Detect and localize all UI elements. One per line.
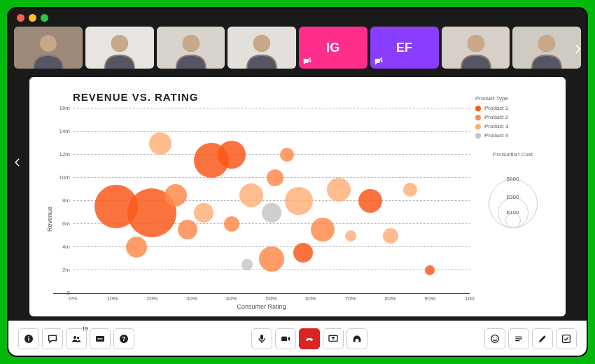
y-tick-label: 8m [53, 197, 70, 204]
participants-button[interactable]: 19 [66, 328, 87, 349]
app-window: IGEF REVENUE VS. RATING Revenue Consumer… [7, 7, 588, 357]
shared-slide: REVENUE VS. RATING Revenue Consumer Rati… [29, 77, 566, 316]
toolbar-left-group: 19? [18, 328, 134, 349]
participant-1[interactable] [14, 27, 83, 69]
close-window[interactable] [17, 14, 24, 22]
end-call-button[interactable] [299, 328, 320, 349]
participants-strip: IGEF [8, 8, 587, 71]
x-tick-label: 30% [186, 295, 197, 302]
y-tick-label: 10m [53, 174, 70, 181]
data-point [164, 184, 187, 206]
x-tick-label: 20% [146, 295, 158, 302]
info-button[interactable] [18, 328, 39, 349]
svg-rect-33 [260, 335, 263, 340]
chart-title: REVENUE VS. RATING [73, 91, 470, 103]
maximize-window[interactable] [41, 14, 48, 22]
y-gridline: 14m [73, 131, 470, 132]
y-tick-label: 12m [53, 151, 70, 158]
participant-5[interactable]: IG [299, 27, 368, 69]
annotate-button[interactable] [532, 328, 553, 349]
size-legend-label: $100 [507, 209, 519, 216]
legend-swatch [475, 133, 481, 139]
svg-point-21 [538, 35, 555, 52]
size-legend-label: $300 [507, 194, 519, 200]
audio-settings-button[interactable] [346, 328, 368, 349]
data-point [224, 216, 239, 232]
size-legend-label: $600 [507, 176, 519, 182]
video-button[interactable] [275, 328, 296, 349]
svg-point-38 [491, 335, 499, 342]
svg-point-24 [28, 336, 29, 337]
svg-rect-23 [28, 337, 29, 341]
legend-label: Product 1 [484, 105, 508, 111]
help-button[interactable]: ? [113, 328, 134, 349]
data-point [425, 265, 435, 275]
x-tick-label: 90% [424, 295, 435, 302]
x-axis-label: Consumer Rating [53, 303, 470, 310]
data-point [280, 148, 294, 162]
toolbar-center-group [251, 328, 368, 349]
svg-point-5 [111, 35, 128, 52]
tasks-button[interactable] [556, 328, 577, 349]
data-point [149, 132, 172, 155]
share-screen-button[interactable] [323, 328, 344, 349]
svg-rect-44 [563, 335, 570, 342]
data-point [239, 183, 263, 207]
y-tick-label: 16m [53, 105, 70, 111]
call-toolbar: 19? [8, 321, 587, 356]
data-point [285, 187, 313, 215]
plot-area: Consumer Rating 2m4m6m8m10m12m14m16m00%1… [53, 108, 470, 294]
participant-2[interactable] [85, 27, 154, 69]
data-point [267, 169, 284, 186]
size-legend: Production Cost $600$300$100 [475, 151, 550, 228]
svg-point-8 [182, 35, 199, 52]
legend-item: Product 2 [475, 114, 550, 120]
svg-point-39 [493, 337, 493, 338]
data-point [262, 203, 281, 223]
data-point [293, 243, 313, 262]
presentation-stage: REVENUE VS. RATING Revenue Consumer Rati… [8, 71, 587, 321]
participant-7[interactable] [442, 27, 510, 69]
svg-point-26 [77, 337, 79, 339]
data-point [218, 141, 246, 169]
legend-swatch [475, 124, 481, 130]
y-tick-label: 4m [53, 244, 70, 250]
mute-button[interactable] [251, 328, 272, 349]
svg-text:?: ? [122, 335, 125, 342]
legend-title: Product Type [475, 95, 550, 102]
legend-label: Product 4 [484, 132, 508, 139]
previous-page-button[interactable] [10, 148, 25, 176]
chat-button[interactable] [42, 328, 63, 349]
data-point [403, 183, 417, 197]
data-point [383, 228, 398, 244]
next-participants-button[interactable] [570, 35, 585, 63]
data-point [259, 246, 284, 272]
legend-swatch [475, 106, 481, 111]
x-tick-label: 70% [345, 295, 356, 302]
data-point [358, 189, 382, 213]
reactions-button[interactable] [484, 328, 505, 349]
data-point [345, 230, 356, 241]
data-point [311, 218, 335, 241]
notes-button[interactable] [508, 328, 529, 349]
chart: REVENUE VS. RATING Revenue Consumer Rati… [45, 90, 470, 309]
y-gridline: 16m [73, 108, 470, 108]
y-gridline: 12m [73, 154, 470, 155]
x-tick-label: 10% [107, 295, 118, 302]
participant-3[interactable] [157, 27, 225, 69]
toolbar-right-group [484, 328, 577, 349]
participant-4[interactable] [227, 27, 296, 69]
data-point [327, 178, 351, 202]
participant-6[interactable]: EF [370, 27, 439, 69]
x-tick-label: 100 [465, 295, 474, 302]
svg-point-30 [102, 338, 103, 340]
captions-button[interactable] [90, 328, 111, 349]
svg-point-29 [99, 338, 101, 340]
y-tick-label: 6m [53, 220, 70, 227]
x-tick-label: 40% [226, 295, 237, 302]
x-tick-label: 80% [385, 295, 396, 302]
data-point [194, 203, 214, 223]
chart-legend: Product Type Product 1Product 2Product 3… [470, 90, 550, 309]
svg-point-25 [74, 336, 76, 339]
minimize-window[interactable] [29, 14, 36, 22]
